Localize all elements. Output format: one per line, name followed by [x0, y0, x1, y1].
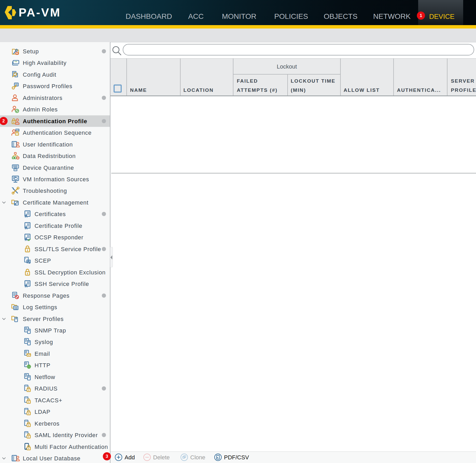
svg-text:A: A: [217, 456, 219, 459]
